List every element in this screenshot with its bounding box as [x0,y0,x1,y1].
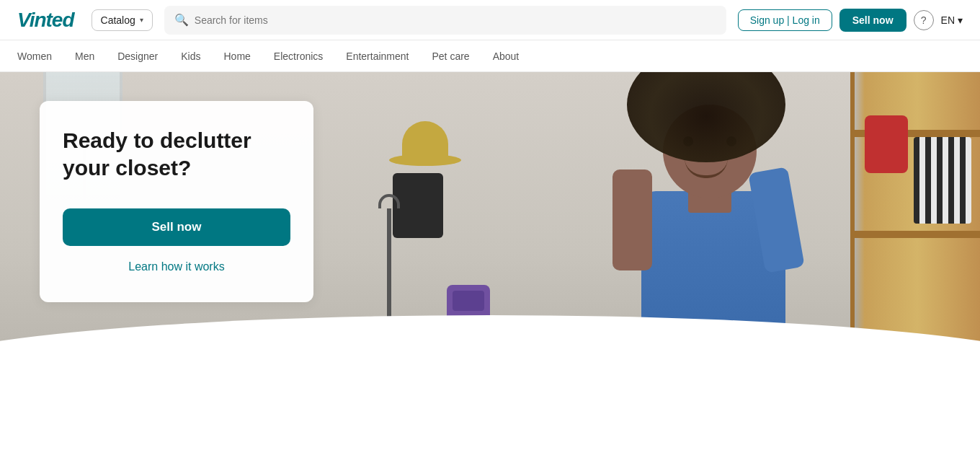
shelf-striped-item [914,137,971,224]
chevron-down-icon: ▾ [140,16,143,24]
arm-left [612,169,652,270]
auth-label: Sign up | Log in [750,14,820,26]
category-kids[interactable]: Kids [181,50,200,62]
hat-crown [402,121,448,159]
catalog-button[interactable]: Catalog ▾ [92,9,153,31]
search-bar: 🔍 [164,6,726,35]
sell-now-nav-button[interactable]: Sell now [839,9,906,32]
category-entertainment[interactable]: Entertainment [346,50,409,62]
lang-chevron-icon: ▾ [958,14,963,26]
below-hero-area [0,371,980,458]
category-about[interactable]: About [493,50,520,62]
category-designer[interactable]: Designer [117,50,158,62]
category-navigation: Women Men Designer Kids Home Electronics… [0,40,980,72]
search-icon: 🔍 [174,13,189,27]
category-women[interactable]: Women [17,50,52,62]
nav-right-actions: Sign up | Log in Sell now ? EN ▾ [738,9,963,32]
vinted-logo[interactable]: Vinted [17,9,74,32]
catalog-label: Catalog [101,14,135,26]
category-home[interactable]: Home [223,50,250,62]
auth-button[interactable]: Sign up | Log in [738,9,832,31]
shelf-red-bag [865,115,908,173]
language-selector[interactable]: EN ▾ [941,14,963,26]
hero-card: Ready to declutter your closet? Sell now… [40,101,313,302]
shelf-plank-2 [850,231,980,238]
afro-hair [627,72,785,162]
hero-section: Ready to declutter your closet? Sell now… [0,72,980,371]
hero-heading: Ready to declutter your closet? [63,127,290,182]
hat-decoration [389,115,461,166]
category-men[interactable]: Men [75,50,94,62]
search-input[interactable] [195,14,716,26]
backpack-pocket [453,291,484,311]
learn-how-link[interactable]: Learn how it works [63,260,290,273]
help-button[interactable]: ? [914,10,934,30]
sell-now-button[interactable]: Sell now [63,208,290,246]
dark-bag [393,173,443,238]
category-electronics[interactable]: Electronics [274,50,323,62]
top-navigation: Vinted Catalog ▾ 🔍 Sign up | Log in Sell… [0,0,980,40]
category-pet-care[interactable]: Pet care [432,50,469,62]
language-label: EN [941,14,955,26]
